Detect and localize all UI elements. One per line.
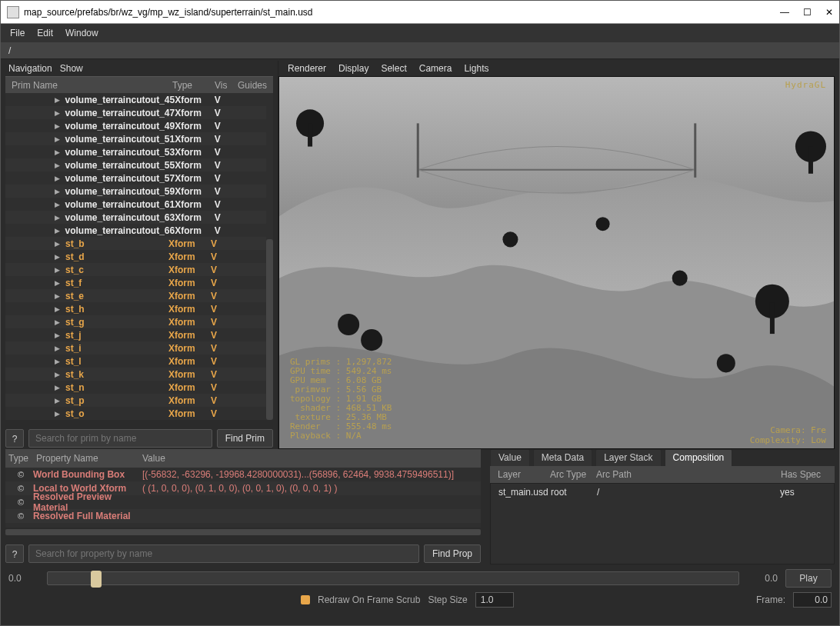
comp-col-hasspec[interactable]: Has Spec bbox=[781, 469, 827, 480]
prop-col-type[interactable]: Type bbox=[8, 453, 36, 464]
tree-row[interactable]: ▶st_gXformV bbox=[5, 315, 266, 328]
chevron-right-icon[interactable]: ▶ bbox=[55, 292, 61, 300]
tree-row[interactable]: ▶volume_terraincutout_51XformV bbox=[5, 132, 266, 145]
chevron-right-icon[interactable]: ▶ bbox=[55, 358, 61, 365]
tree-row[interactable]: ▶volume_terraincutout_45XformV bbox=[5, 93, 266, 106]
maximize-button[interactable]: ☐ bbox=[803, 7, 812, 18]
chevron-right-icon[interactable]: ▶ bbox=[55, 279, 61, 287]
col-vis[interactable]: Vis bbox=[215, 80, 238, 91]
chevron-right-icon[interactable]: ▶ bbox=[55, 227, 60, 235]
menu-edit[interactable]: Edit bbox=[32, 26, 58, 40]
tree-row[interactable]: ▶volume_terraincutout_59XformV bbox=[5, 185, 266, 198]
chevron-right-icon[interactable]: ▶ bbox=[55, 122, 60, 130]
chevron-right-icon[interactable]: ▶ bbox=[55, 253, 61, 261]
vp-menu-camera[interactable]: Camera bbox=[416, 62, 455, 75]
tree-row[interactable]: ▶volume_terraincutout_57XformV bbox=[5, 171, 266, 185]
tree-row[interactable]: ▶volume_terraincutout_49XformV bbox=[5, 119, 266, 132]
chevron-right-icon[interactable]: ▶ bbox=[55, 148, 60, 156]
nav-show[interactable]: Show bbox=[60, 63, 83, 74]
tree-row[interactable]: ▶st_dXformV bbox=[5, 250, 266, 263]
vp-menu-renderer[interactable]: Renderer bbox=[285, 62, 329, 75]
col-guides[interactable]: Guides bbox=[238, 80, 270, 91]
chevron-right-icon[interactable]: ▶ bbox=[55, 397, 61, 405]
close-button[interactable]: ✕ bbox=[825, 7, 833, 18]
redraw-checkbox[interactable] bbox=[301, 595, 310, 604]
chevron-right-icon[interactable]: ▶ bbox=[55, 305, 61, 313]
vp-menu-select[interactable]: Select bbox=[378, 62, 409, 75]
chevron-right-icon[interactable]: ▶ bbox=[55, 345, 61, 352]
property-row[interactable]: ©Resolved Full Material bbox=[5, 509, 481, 523]
chevron-right-icon[interactable]: ▶ bbox=[55, 201, 60, 208]
tree-row[interactable]: ▶st_kXformV bbox=[5, 368, 266, 381]
tab-value[interactable]: Value bbox=[490, 449, 530, 466]
viewport[interactable]: HydraGL Camera: Fre Complexity: Low GL p… bbox=[278, 76, 835, 449]
chevron-right-icon[interactable]: ▶ bbox=[55, 266, 61, 274]
tab-meta-data[interactable]: Meta Data bbox=[533, 449, 592, 466]
minimize-button[interactable]: — bbox=[780, 7, 789, 18]
tree-row[interactable]: ▶volume_terraincutout_53XformV bbox=[5, 145, 266, 158]
find-prim-button[interactable]: Find Prim bbox=[217, 429, 273, 448]
chevron-right-icon[interactable]: ▶ bbox=[55, 135, 60, 143]
composition-row[interactable]: st_main.usdroot/yes bbox=[491, 485, 834, 499]
tree-row[interactable]: ▶st_pXformV bbox=[5, 394, 266, 407]
property-row[interactable]: ©World Bounding Box[(-56832, -63296, -19… bbox=[5, 468, 481, 481]
tree-row[interactable]: ▶st_hXformV bbox=[5, 302, 266, 315]
comp-col-arctype[interactable]: Arc Type bbox=[550, 469, 596, 480]
menu-file[interactable]: File bbox=[5, 26, 29, 40]
tree-row[interactable]: ▶st_fXformV bbox=[5, 276, 266, 289]
comp-col-arcpath[interactable]: Arc Path bbox=[596, 469, 781, 480]
tree-row[interactable]: ▶st_jXformV bbox=[5, 328, 266, 341]
path-bar[interactable]: / bbox=[1, 42, 839, 59]
prop-col-value[interactable]: Value bbox=[142, 453, 478, 464]
property-row[interactable]: ©Resolved Preview Material bbox=[5, 495, 481, 509]
col-prim-name[interactable]: Prim Name bbox=[8, 80, 172, 91]
chevron-right-icon[interactable]: ▶ bbox=[55, 175, 60, 182]
tab-composition[interactable]: Composition bbox=[665, 449, 733, 466]
frame-value[interactable]: 0.0 bbox=[793, 592, 832, 608]
chevron-right-icon[interactable]: ▶ bbox=[55, 240, 61, 248]
chevron-right-icon[interactable]: ▶ bbox=[55, 188, 60, 195]
vp-menu-lights[interactable]: Lights bbox=[461, 62, 492, 75]
chevron-right-icon[interactable]: ▶ bbox=[55, 214, 60, 221]
prop-help-button[interactable]: ? bbox=[5, 544, 24, 563]
tree-scrollbar[interactable] bbox=[266, 239, 273, 420]
col-type[interactable]: Type bbox=[172, 80, 215, 91]
prop-search-input[interactable] bbox=[28, 544, 419, 563]
chevron-right-icon[interactable]: ▶ bbox=[55, 331, 61, 339]
time-slider-handle[interactable] bbox=[91, 571, 102, 588]
tree[interactable]: ▶volume_terraincutout_45XformV▶volume_te… bbox=[5, 93, 273, 420]
menu-window[interactable]: Window bbox=[61, 26, 103, 40]
chevron-right-icon[interactable]: ▶ bbox=[55, 384, 61, 391]
vp-menu-display[interactable]: Display bbox=[335, 62, 372, 75]
tree-row[interactable]: ▶volume_terraincutout_61XformV bbox=[5, 198, 266, 211]
tree-row[interactable]: ▶volume_terraincutout_63XformV bbox=[5, 211, 266, 224]
chevron-right-icon[interactable]: ▶ bbox=[55, 161, 60, 169]
time-slider[interactable] bbox=[47, 571, 739, 585]
prop-scrollbar[interactable] bbox=[5, 529, 481, 535]
tree-row[interactable]: ▶st_cXformV bbox=[5, 263, 266, 276]
chevron-right-icon[interactable]: ▶ bbox=[55, 96, 60, 104]
tab-layer-stack[interactable]: Layer Stack bbox=[595, 449, 661, 466]
tree-row[interactable]: ▶volume_terraincutout_47XformV bbox=[5, 106, 266, 119]
chevron-right-icon[interactable]: ▶ bbox=[55, 109, 60, 117]
tree-row[interactable]: ▶st_eXformV bbox=[5, 289, 266, 302]
tree-row[interactable]: ▶st_lXformV bbox=[5, 355, 266, 368]
prim-help-button[interactable]: ? bbox=[5, 429, 24, 448]
tree-row[interactable]: ▶volume_terraincutout_55XformV bbox=[5, 158, 266, 171]
prim-vis-label: V bbox=[211, 382, 234, 393]
nav-navigation[interactable]: Navigation bbox=[8, 63, 52, 74]
tree-row[interactable]: ▶st_iXformV bbox=[5, 341, 266, 355]
tree-row[interactable]: ▶st_nXformV bbox=[5, 381, 266, 394]
play-button[interactable]: Play bbox=[785, 569, 832, 588]
chevron-right-icon[interactable]: ▶ bbox=[55, 318, 61, 326]
chevron-right-icon[interactable]: ▶ bbox=[55, 371, 61, 378]
tree-row[interactable]: ▶st_oXformV bbox=[5, 407, 266, 420]
comp-col-layer[interactable]: Layer bbox=[498, 469, 550, 480]
tree-row[interactable]: ▶st_bXformV bbox=[5, 237, 266, 250]
tree-row[interactable]: ▶volume_terraincutout_66XformV bbox=[5, 224, 266, 237]
prim-search-input[interactable] bbox=[28, 429, 212, 448]
prop-col-name[interactable]: Property Name bbox=[36, 453, 142, 464]
step-size-value[interactable]: 1.0 bbox=[475, 592, 514, 608]
chevron-right-icon[interactable]: ▶ bbox=[55, 410, 61, 418]
find-prop-button[interactable]: Find Prop bbox=[424, 544, 481, 563]
